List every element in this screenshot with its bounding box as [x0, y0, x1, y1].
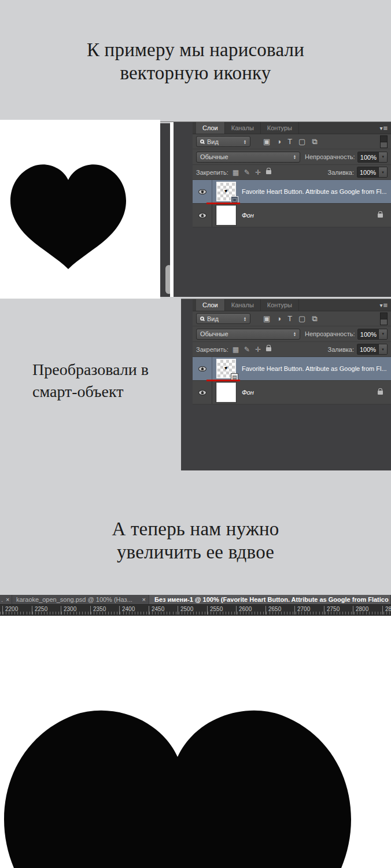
layer-row-background[interactable]: Фон [193, 204, 391, 227]
blend-mode-row: Обычные ▲ ▼ Непрозрачность: 100% ▼ [193, 149, 391, 165]
panel-menu-icon[interactable]: ▾≡ [379, 122, 388, 134]
tab-channels[interactable]: Каналы [225, 122, 261, 134]
background-lock-icon [378, 391, 383, 395]
visibility-toggle[interactable] [193, 381, 212, 404]
spin-down-icon: ▼ [244, 142, 246, 144]
panel-tab-row: Слои Каналы Контуры ▾≡ [193, 299, 391, 311]
type-layer-filter-icon[interactable]: T [287, 137, 292, 146]
layers-panel: Слои Каналы Контуры ▾≡ Вид ▲ ▼ ▣ [193, 122, 391, 297]
close-icon[interactable]: × [6, 596, 9, 603]
layer-row-smart-object[interactable]: ♥ ▤ Favorite Heart Button. Attribute as … [193, 357, 391, 381]
document-tab-karaoke[interactable]: karaoke_open_song.psd @ 100% (Наз... × [12, 595, 149, 604]
layer-filtering-toggle[interactable] [380, 312, 388, 325]
tab-paths[interactable]: Контуры [261, 299, 299, 311]
lock-image-pixels-icon[interactable]: ✎ [244, 168, 250, 176]
panel-menu-icon[interactable]: ▾≡ [379, 299, 388, 311]
spin-down-icon: ▼ [293, 157, 296, 159]
opacity-label: Непрозрачность: [305, 153, 355, 160]
visibility-toggle[interactable] [193, 204, 212, 227]
adjustment-layer-filter-icon[interactable]: ◑ [276, 314, 281, 323]
opacity-value-box[interactable]: 100% ▼ [357, 152, 388, 163]
horizontal-ruler: 2200 2250 2300 2350 2400 2450 2500 2550 … [0, 605, 391, 616]
fill-value-box[interactable]: 100% ▼ [357, 167, 388, 178]
document-tab-partial[interactable]: . × [0, 595, 12, 604]
visibility-toggle[interactable] [193, 180, 212, 203]
layer-filter-row: Вид ▲ ▼ ▣ ◑ T ▢ ⧉ [193, 311, 391, 326]
document-tab-partial-label: . [1, 596, 3, 603]
heading-converted-line2: смарт-объект [32, 381, 149, 403]
menu-lines-icon: ≡ [383, 299, 388, 311]
pixel-layer-filter-icon[interactable]: ▣ [263, 314, 270, 323]
tab-layers[interactable]: Слои [196, 299, 225, 311]
lock-image-pixels-icon[interactable]: ✎ [244, 345, 250, 354]
fill-dropdown-arrow-icon[interactable]: ▼ [378, 344, 387, 354]
tab-channels[interactable]: Каналы [225, 299, 261, 311]
heading-enlarge-line1: А теперь нам нужно [0, 517, 391, 540]
layer-name: Фон [242, 212, 254, 219]
fill-value[interactable]: 100% [357, 167, 378, 177]
document-canvas-small [0, 120, 160, 299]
fill-dropdown-arrow-icon[interactable]: ▼ [378, 167, 387, 177]
adjustment-layer-filter-icon[interactable]: ◑ [276, 137, 281, 146]
search-icon [200, 317, 204, 321]
red-annotation-underline [206, 203, 240, 204]
opacity-value[interactable]: 100% [358, 152, 378, 162]
opacity-value-box[interactable]: 100% ▼ [357, 329, 388, 340]
layer-thumbnail[interactable] [216, 382, 236, 402]
shape-layer-filter-icon[interactable]: ▢ [298, 137, 305, 146]
smart-object-filter-icon[interactable]: ⧉ [312, 314, 317, 323]
lock-position-icon[interactable]: ✛ [255, 168, 261, 176]
smart-object-filter-icon[interactable]: ⧉ [312, 137, 317, 146]
blend-mode-value: Обычные [200, 153, 228, 160]
small-heart-image [10, 163, 126, 269]
visibility-toggle[interactable] [193, 357, 212, 380]
layer-rows: ♥ ▤ Favorite Heart Button. Attribute as … [193, 357, 391, 404]
lock-transparent-pixels-icon[interactable]: ▦ [233, 345, 239, 354]
big-heart-image [4, 705, 351, 868]
opacity-value[interactable]: 100% [358, 329, 378, 339]
layer-thumbnail[interactable] [216, 205, 236, 225]
document-canvas-large [0, 616, 391, 868]
spin-down-icon: ▼ [293, 334, 296, 336]
shape-layer-filter-icon[interactable]: ▢ [298, 314, 305, 323]
lock-transparent-pixels-icon[interactable]: ▦ [233, 168, 239, 176]
eye-icon [198, 189, 206, 194]
close-icon[interactable]: × [142, 596, 146, 603]
smart-badge-glyph: ▤ [232, 374, 237, 380]
layer-row-background[interactable]: Фон [193, 381, 391, 404]
menu-lines-icon: ≡ [383, 122, 388, 134]
document-tab-active[interactable]: Без имени-1 @ 100% (Favorite Heart Butto… [149, 595, 391, 604]
fill-label: Заливка: [328, 169, 354, 176]
filter-kind-dropdown[interactable]: Вид ▲ ▼ [196, 136, 250, 147]
opacity-dropdown-arrow-icon[interactable]: ▼ [378, 152, 387, 162]
layer-rows: ♥ Favorite Heart Button. Attribute as Go… [193, 180, 391, 227]
fill-value-box[interactable]: 100% ▼ [357, 344, 388, 355]
layer-thumbnail[interactable]: ♥ [216, 182, 236, 201]
eye-icon [198, 390, 206, 395]
document-tab-active-label: Без имени-1 @ 100% (Favorite Heart Butto… [154, 596, 389, 603]
background-lock-icon [378, 214, 383, 218]
tiny-heart-icon: ♥ [224, 188, 227, 194]
photoshop-screenshot-1: Слои Каналы Контуры ▾≡ Вид ▲ ▼ ▣ [160, 122, 391, 297]
lock-all-icon[interactable] [266, 170, 271, 174]
fill-value[interactable]: 100% [357, 344, 378, 354]
type-layer-filter-icon[interactable]: T [287, 314, 292, 323]
layer-row-smart-object[interactable]: ♥ Favorite Heart Button. Attribute as Go… [193, 180, 391, 204]
blend-mode-dropdown[interactable]: Обычные ▲ ▼ [196, 329, 300, 340]
opacity-dropdown-arrow-icon[interactable]: ▼ [378, 329, 387, 339]
toggle-knob [381, 136, 387, 142]
document-scrollbar-track[interactable] [160, 123, 170, 297]
lock-all-icon[interactable] [266, 347, 271, 351]
updown-arrows-icon: ▲ ▼ [244, 317, 246, 321]
layer-list: ♥ ▤ Favorite Heart Button. Attribute as … [193, 357, 391, 470]
tab-layers[interactable]: Слои [196, 122, 225, 134]
filter-kind-dropdown[interactable]: Вид ▲ ▼ [196, 313, 250, 324]
pixel-layer-filter-icon[interactable]: ▣ [263, 137, 270, 146]
lock-position-icon[interactable]: ✛ [255, 345, 261, 354]
heading-enlarge-line2: увеличить ее вдвое [0, 540, 391, 564]
menu-arrow-icon: ▾ [379, 299, 382, 311]
blend-mode-dropdown[interactable]: Обычные ▲ ▼ [196, 152, 300, 163]
layer-thumbnail[interactable]: ♥ ▤ [216, 359, 236, 378]
tab-paths[interactable]: Контуры [261, 122, 299, 134]
layer-filtering-toggle[interactable] [380, 135, 388, 148]
